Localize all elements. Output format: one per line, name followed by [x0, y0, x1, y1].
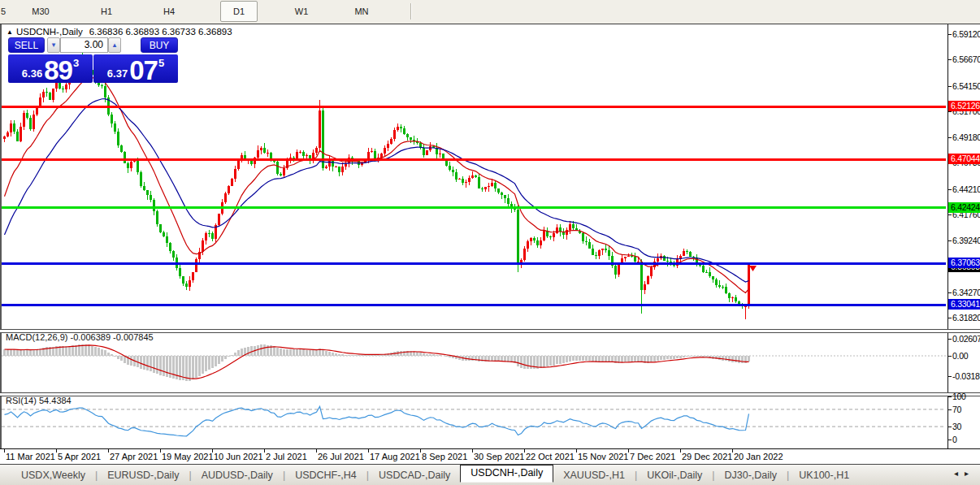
- ask-price-box[interactable]: 6.37075: [93, 54, 178, 83]
- price-tick-mark: [947, 240, 952, 241]
- price-tick-mark: [947, 34, 952, 35]
- moving-averages-layer: [5, 78, 749, 293]
- date-label: 19 May 2021: [162, 452, 214, 461]
- sell-button[interactable]: SELL: [8, 37, 45, 53]
- chart-tab-ukoil[interactable]: UKOil-,Daily: [637, 470, 712, 481]
- timeframe-button-h4[interactable]: H4: [151, 0, 187, 23]
- timeframe-button-mn[interactable]: MN: [344, 0, 379, 23]
- date-tick-mark: [160, 449, 161, 453]
- level-price-label: 6.42424: [948, 202, 980, 213]
- macd-tick-mark: [947, 376, 952, 377]
- chart-tab-xauusd[interactable]: XAUUSD-,H1: [553, 470, 635, 481]
- date-tick-mark: [56, 449, 57, 453]
- price-tick-label: 6.49180: [952, 132, 980, 142]
- timeframe-button-w1[interactable]: W1: [284, 0, 319, 23]
- date-label: 27 Apr 2021: [110, 452, 158, 461]
- date-tick-mark: [212, 449, 213, 453]
- volume-decrease-icon[interactable]: ▾: [47, 37, 60, 53]
- candlesticks-layer: [3, 52, 750, 319]
- rsi-line: [5, 406, 749, 435]
- timeframe-button-h1[interactable]: H1: [89, 0, 124, 23]
- price-tick-label: 6.44210: [952, 184, 980, 194]
- date-tick-mark: [680, 449, 681, 453]
- macd-signal-value: -0.007845: [113, 332, 154, 342]
- trading-platform-window: 5M30H1H4D1W1MN 6.591206.566706.541506.51…: [0, 0, 980, 485]
- chart-title: ▲USDCNH-,Daily6.36836 6.36893 6.36733 6.…: [7, 27, 232, 37]
- price-tick-label: 6.39240: [952, 236, 980, 245]
- price-tick-label: 6.31820: [952, 313, 980, 323]
- chart-symbol-label: USDCNH-,Daily: [16, 27, 83, 37]
- bid-price-box[interactable]: 6.36893: [8, 54, 93, 83]
- rsi-tick-mark: [947, 440, 952, 440]
- rsi-pane-splitter[interactable]: [0, 392, 980, 396]
- toolbar-separator: [410, 3, 412, 19]
- date-label: 30 Sep 2021: [474, 452, 524, 461]
- chart-tab-eurusd[interactable]: EURUSD-,Daily: [98, 470, 189, 481]
- date-tick-mark: [264, 449, 265, 453]
- level-price-label: 6.47044: [948, 154, 980, 164]
- macd-tick-mark: [947, 339, 952, 340]
- macd-signal-line: [5, 345, 749, 379]
- ask-price-prefix: 6.37: [107, 67, 128, 80]
- date-label: 8 Sep 2021: [422, 452, 467, 461]
- chart-tab-usdchf[interactable]: USDCHF-,H4: [285, 470, 366, 481]
- collapse-arrow-icon[interactable]: ▲: [7, 28, 13, 36]
- chart-tab-usdx[interactable]: USDX,Weekly: [11, 470, 95, 481]
- date-label: 29 Dec 2021: [682, 452, 732, 461]
- macd-header: MACD(12,26,9) -0.006389 -0.007845: [6, 332, 154, 342]
- tab-scroll-left-icon[interactable]: ◂: [954, 469, 965, 478]
- price-tick-label: 6.56670: [952, 54, 980, 64]
- price-tick-mark: [947, 214, 952, 215]
- price-tick-mark: [947, 189, 952, 190]
- chart-tab-bar: USDX,Weekly|EURUSD-,Daily|AUDUSD-,Daily|…: [0, 464, 980, 485]
- date-label: 5 Apr 2021: [58, 452, 101, 461]
- date-label: 2 Jul 2021: [266, 452, 307, 461]
- date-tick-mark: [472, 449, 473, 453]
- bid-price-prefix: 6.36: [22, 67, 42, 80]
- horizontal-levels-layer: [2, 106, 946, 305]
- rsi-tick-label: 70: [952, 405, 961, 414]
- buy-button[interactable]: BUY: [141, 37, 178, 53]
- price-tick-mark: [947, 292, 952, 293]
- date-tick-mark: [576, 449, 577, 453]
- timeframe-button-5[interactable]: 5: [0, 0, 21, 23]
- macd-pane: [2, 344, 946, 381]
- date-tick-mark: [420, 449, 421, 453]
- rsi-tick-label: 100: [952, 392, 966, 401]
- ask-price-pip: 5: [158, 57, 164, 69]
- chart-canvas[interactable]: [0, 24, 947, 464]
- price-tick-mark: [947, 86, 952, 87]
- macd-tick-mark: [947, 356, 952, 357]
- rsi-title: RSI(14): [6, 396, 37, 405]
- date-label: 10 Jun 2021: [214, 452, 263, 461]
- timeframe-button-m30[interactable]: M30: [23, 0, 59, 23]
- date-label: 26 Jul 2021: [318, 452, 364, 461]
- rsi-tick-mark: [947, 427, 952, 427]
- chart-tab-usdcad[interactable]: USDCAD-,Daily: [369, 470, 460, 481]
- rsi-value: 54.4384: [39, 396, 72, 405]
- rsi-tick-mark: [947, 409, 952, 410]
- chart-tab-audusd[interactable]: AUDUSD-,Daily: [192, 470, 283, 481]
- timeframe-button-d1[interactable]: D1: [220, 1, 258, 22]
- tab-scroll-right-icon[interactable]: ▸: [965, 469, 975, 478]
- rsi-header: RSI(14) 54.4384: [6, 396, 72, 405]
- volume-input[interactable]: 3.00: [60, 37, 108, 53]
- date-tick-mark: [108, 449, 109, 453]
- date-tick-mark: [316, 449, 317, 453]
- price-tick-mark: [947, 137, 952, 138]
- chart-tab-dj30[interactable]: DJ30-,Daily: [714, 470, 787, 481]
- trade-arrow-icon: [749, 266, 757, 271]
- date-tick-mark: [732, 449, 733, 453]
- date-label: 15 Nov 2021: [578, 452, 628, 461]
- timeframe-toolbar: 5M30H1H4D1W1MN: [0, 0, 980, 24]
- price-tick-label: 6.54150: [952, 81, 980, 91]
- bid-price-pip: 3: [73, 57, 79, 69]
- level-price-label: 6.52126: [948, 101, 980, 111]
- chart-tab-usdcnh[interactable]: USDCNH-,Daily: [460, 465, 553, 483]
- level-price-label: 6.37063: [948, 258, 980, 268]
- rsi-tick-label: 0: [952, 435, 957, 444]
- macd-tick-label: 0.00: [952, 351, 968, 361]
- chart-tab-uk100[interactable]: UK100-,H1: [789, 470, 859, 481]
- rsi-tick-label: 30: [952, 422, 961, 431]
- volume-increase-icon[interactable]: ▴: [108, 37, 121, 53]
